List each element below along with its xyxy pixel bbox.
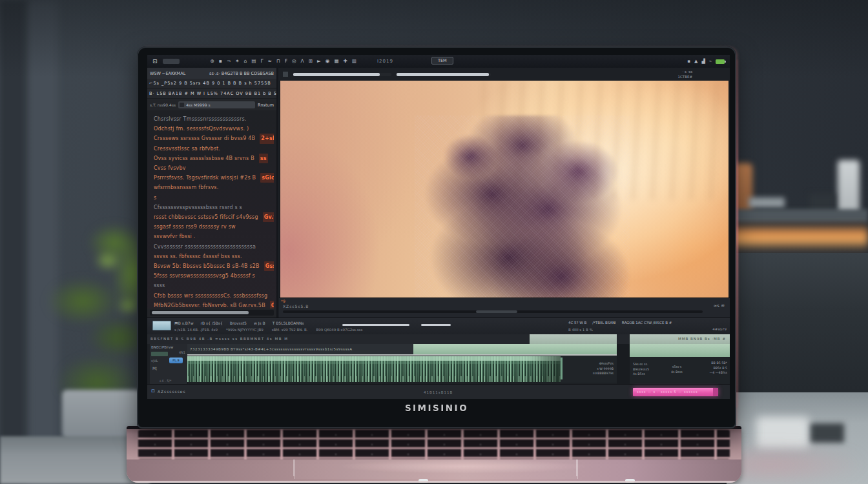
- note-line[interactable]: ssvwvfvr fbssi .: [154, 232, 274, 241]
- clip-divider-line: [187, 354, 617, 356]
- note-line[interactable]: wfsrrnbssnsssm fbfrsvs.: [154, 183, 274, 192]
- ruler-right-text: MMB BN9B Bs ·MB #: [678, 337, 726, 341]
- transport-control[interactable]: w Js B: [254, 321, 265, 325]
- keyboard[interactable]: [138, 430, 730, 459]
- transport-control[interactable]: rB s{ /5Bs{: [201, 321, 223, 325]
- menu-icon[interactable]: F: [285, 55, 287, 68]
- menu-icon[interactable]: ⊓: [276, 55, 280, 68]
- clip-header-band-right[interactable]: [630, 344, 730, 357]
- note-line[interactable]: ssvss ss. fbfssssc 4ssssf bss sss.: [154, 252, 274, 261]
- note-line[interactable]: MfbN2Gb5bssvsr. fbNsvrvb. sB Gw.rvs.5B G…: [154, 301, 274, 308]
- preview-slider-2[interactable]: [397, 73, 491, 76]
- track-mute-button[interactable]: M¦: [152, 366, 157, 370]
- menubar-tab[interactable]: TEM: [431, 57, 453, 65]
- timeline-ruler[interactable]: BBSFNBT B·S B9B 4B .B =ssss ss BBBMNBT 4…: [147, 334, 730, 344]
- preview-header-icon[interactable]: [283, 72, 288, 77]
- menu-icon[interactable]: ⌂: [244, 55, 247, 68]
- transport-control[interactable]: s /s1B. 14.6B. .JP1B. 4s9: [174, 328, 218, 332]
- menu-icon[interactable]: ▪: [219, 55, 222, 68]
- note-line[interactable]: Cressvsstlssc sa rbfvbst.: [154, 144, 274, 154]
- transport-slider-2[interactable]: [421, 324, 451, 326]
- scrubber-thumb[interactable]: [476, 310, 517, 313]
- transport-control[interactable]: Brovsst5: [230, 321, 247, 325]
- metadata-line: BB B5 5B*: [709, 361, 727, 366]
- menu-icon[interactable]: ▤: [251, 55, 256, 68]
- scrubber-bar[interactable]: [283, 310, 703, 313]
- menu-icon[interactable]: ≈: [268, 55, 272, 68]
- search-button[interactable]: Rnstum: [258, 103, 274, 108]
- note-line[interactable]: Odchstj fm. sessssfsQsvdsvwvws. ): [154, 124, 274, 134]
- trackpad[interactable]: [294, 459, 578, 479]
- track-color-chip[interactable]: [151, 352, 168, 356]
- panel-toolbar-row-2[interactable]: B· L5B BA1B # M W I L5% 74AC OV 9B B1 b …: [147, 89, 276, 99]
- note-line[interactable]: s: [154, 193, 274, 203]
- selected-clip-text: ssss — s · sssss·5 — ssssss: [637, 390, 698, 394]
- note-line[interactable]: Cvvssssssr ssssssssssssssssssssssssa: [154, 242, 274, 252]
- menu-icon[interactable]: ◉: [326, 55, 330, 68]
- panel-toolbar-row-1[interactable]: ⌐5s _P5s2 9 B 5srs 4B 9 0 1 B B B s h 57…: [147, 79, 276, 88]
- menu-icon[interactable]: ¬: [227, 55, 231, 68]
- status-left-text: AZsssssses: [158, 389, 186, 394]
- note-line[interactable]: Crsssews ssrssss Gvssssr di bvss9 4B 2+s…: [154, 134, 274, 143]
- menu-icon[interactable]: ✶: [235, 55, 239, 68]
- scrubber-icons[interactable]: ≈s ≋: [713, 303, 725, 308]
- note-line[interactable]: Bsvsw 5b: Bbssvs b5bsssc B sB-4B s2B Gss…: [154, 261, 274, 271]
- transport-control[interactable]: B99 Q6049·B·s97G2ss.sss: [316, 328, 362, 332]
- transport-slider-1[interactable]: [342, 324, 409, 326]
- menu-icon[interactable]: ⊞: [309, 55, 313, 68]
- ruler-selected-range[interactable]: MMB BN9B Bs ·MB #: [530, 334, 730, 344]
- menu-icon[interactable]: Λ: [301, 55, 304, 68]
- transport-control[interactable]: sBM- s99 T92 BN. B.: [272, 328, 308, 332]
- menu-icon[interactable]: ▥: [352, 55, 356, 68]
- track-header: BNEC/PBrvw 4N1 s¦VL PL.9 M¦ +4 . 5/*: [150, 344, 188, 384]
- preview-slider-1[interactable]: [293, 73, 391, 76]
- tab-group-right[interactable]: ss·.s- B4G2TB B BB CO5B5A5B: [209, 71, 274, 76]
- note-line[interactable]: 5fsss ssvrsswsssssssssvsg5 4bssssf s: [154, 271, 274, 281]
- timecode-display[interactable]: [152, 321, 171, 330]
- note-line[interactable]: Chsrslvssr Tmssssnrsssssssssssrs.: [154, 114, 274, 124]
- window-control-pill[interactable]: [163, 59, 180, 64]
- menu-icon[interactable]: ◎: [292, 55, 296, 68]
- note-line[interactable]: Cfssssssvsspvsssssbsss rssrd s s: [154, 203, 274, 212]
- signal-icon: ▟: [701, 59, 705, 64]
- status-left: ⊡ AZsssssses: [151, 388, 186, 394]
- menu-icon[interactable]: ✚: [343, 55, 347, 68]
- note-line[interactable]: Psrrrsfsvss. Tsgsvsfirdsk wissjsi #2s B …: [154, 173, 274, 183]
- transport-control[interactable]: *999s NJPYYYYYC JB9: [226, 328, 264, 332]
- note-text: MfbN2Gb5bssvsr. fbNsvrvb. sB Gw.rvs.5B: [154, 301, 265, 308]
- notes-panel-tabs[interactable]: W5W ⌐EAKKMAL ss·.s- B4G2TB B BB CO5B5A5B: [147, 68, 276, 79]
- transport-control[interactable]: T B5L5LBOANNs: [273, 321, 304, 325]
- scrollbar-thumb[interactable]: [152, 311, 249, 314]
- note-line[interactable]: ssss: [154, 281, 274, 290]
- status-app-icon: ⊡: [151, 388, 155, 394]
- audio-waveform-clip[interactable]: [187, 356, 561, 382]
- tab-group-left[interactable]: W5W ⌐EAKKMAL: [150, 71, 185, 76]
- transport-control[interactable]: ⬒B s.B7w: [174, 321, 194, 325]
- menu-icon[interactable]: ►: [317, 55, 321, 68]
- note-text: Odchstj fm. sessssfsQsvdsvwvws. ): [154, 124, 249, 134]
- note-line[interactable]: Cvss fvsvbv: [154, 163, 274, 173]
- track-title: BNEC/PBrvw: [151, 345, 173, 349]
- note-line[interactable]: Cfsb bssss wrs ssssssssssCs. sssbssssfss…: [154, 291, 274, 301]
- menu-icon[interactable]: ▦: [334, 55, 338, 68]
- volume-icon: ▲: [694, 59, 698, 64]
- clip-header-band[interactable]: [413, 344, 617, 354]
- metadata-line: sssBBBB979s: [593, 371, 614, 376]
- track-solo-button[interactable]: PL.9: [169, 358, 183, 363]
- clip-info-panel: 4AsssPVss-W 9999BsssBBBB979s: [561, 356, 617, 383]
- note-text: Crsssews ssrssss Gvssssr di bvss9 4B: [154, 134, 255, 143]
- metadata-line: B9ss9sss5: [633, 367, 649, 372]
- video-frame[interactable]: [280, 81, 728, 298]
- menu-icon[interactable]: ⊕: [211, 55, 214, 68]
- menu-icon[interactable]: Γ: [260, 55, 263, 68]
- notes-scrollbar[interactable]: [150, 310, 274, 316]
- search-input[interactable]: 4ss M9999 s: [178, 101, 255, 108]
- note-line[interactable]: rssst chbbsvssc sstssv5 fifscif s4v9ssg …: [154, 212, 274, 222]
- note-line[interactable]: Ovss syvicss asssslssbsse 4B srvns B ss: [154, 154, 274, 163]
- audio-clip-title[interactable]: 73231333349B9BB BY9ss*s/43-B#4L+3cssssss…: [187, 344, 413, 354]
- track-footer-label: +4 . 5/*: [159, 379, 172, 383]
- selected-clip-bar[interactable]: ssss — s · sssss·5 — ssssss: [633, 388, 718, 396]
- note-badge: sGicsb: [260, 173, 274, 183]
- slider-fill: [293, 73, 380, 76]
- note-line[interactable]: ssgasf ssss rss9 dsssssy rv sw: [154, 222, 274, 232]
